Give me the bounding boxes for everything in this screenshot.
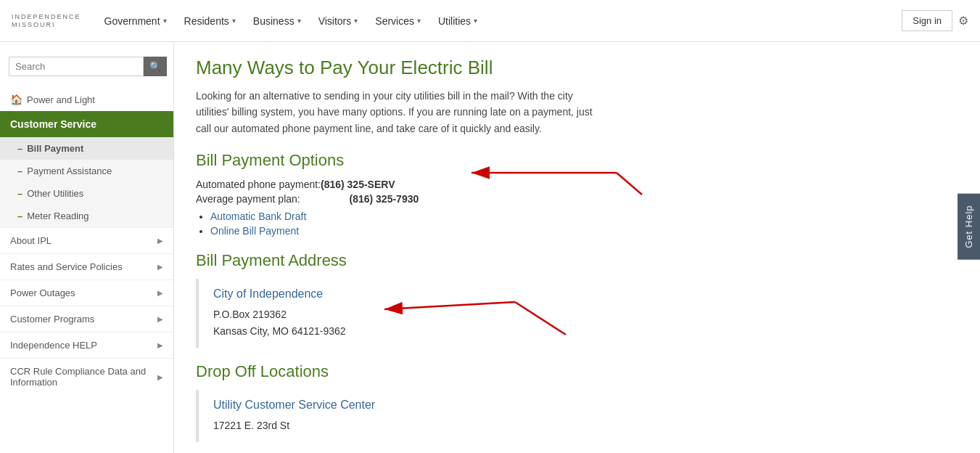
nav-item-government[interactable]: Government ▾ [96, 0, 176, 42]
sidebar-subitem-bill-payment[interactable]: – Bill Payment [0, 137, 173, 160]
sidebar-section-rates[interactable]: Rates and Service Policies ▶ [0, 253, 173, 279]
sidebar-section-power-outages[interactable]: Power Outages ▶ [0, 279, 173, 306]
drop-off-box: Utility Customer Service Center 17221 E.… [196, 390, 805, 442]
page-title: Many Ways to Pay Your Electric Bill [196, 57, 805, 79]
drop-off-title: Drop Off Locations [196, 362, 805, 381]
logo[interactable]: INDEPENDENCE MISSOURI [12, 13, 81, 29]
top-nav: INDEPENDENCE MISSOURI Government ▾ Resid… [0, 0, 980, 42]
nav-item-visitors[interactable]: Visitors ▾ [310, 0, 367, 42]
nav-item-utilities[interactable]: Utilities ▾ [429, 0, 486, 42]
caret-icon: ▶ [157, 289, 163, 297]
caret-icon: ▶ [157, 315, 163, 323]
home-icon: 🏠 [10, 94, 22, 105]
dash-icon: – [17, 166, 22, 176]
dash-icon: – [17, 211, 22, 221]
nav-item-business[interactable]: Business ▾ [244, 0, 310, 42]
entity-name: City of Independence [213, 287, 791, 301]
bill-address-title: Bill Payment Address [196, 251, 805, 270]
bill-address-section: Bill Payment Address City of Independenc… [196, 251, 805, 348]
search-input[interactable] [9, 57, 144, 76]
caret-icon: ▶ [157, 263, 163, 271]
intro-text: Looking for an alternative to sending in… [196, 88, 602, 136]
sidebar-subitem-payment-assistance[interactable]: – Payment Assistance [0, 160, 173, 182]
sidebar-home-link[interactable]: 🏠 Power and Light [0, 88, 173, 111]
chevron-down-icon: ▾ [417, 17, 421, 25]
caret-icon: ▶ [157, 373, 163, 381]
get-help-tab[interactable]: Get Help [958, 193, 980, 259]
chevron-down-icon: ▾ [354, 17, 358, 25]
search-button[interactable]: 🔍 [144, 57, 167, 76]
chevron-down-icon: ▾ [474, 17, 477, 25]
sidebar-subitem-other-utilities[interactable]: – Other Utilities [0, 182, 173, 205]
chevron-down-icon: ▾ [232, 17, 236, 25]
automatic-bank-draft-link[interactable]: Automatic Bank Draft [210, 211, 306, 222]
address-line2: Kansas City, MO 64121-9362 [213, 323, 791, 339]
main-content: Many Ways to Pay Your Electric Bill Look… [174, 42, 827, 453]
payment-links-list: Automatic Bank Draft Online Bill Payment [210, 211, 805, 237]
nav-menu: Government ▾ Residents ▾ Business ▾ Visi… [96, 0, 902, 42]
gear-icon[interactable]: ⚙ [958, 14, 968, 28]
sidebar-subitem-meter-reading[interactable]: – Meter Reading [0, 205, 173, 227]
nav-item-residents[interactable]: Residents ▾ [176, 0, 244, 42]
caret-icon: ▶ [157, 237, 163, 245]
address-box: City of Independence P.O.Box 219362 Kans… [196, 279, 805, 348]
average-plan-info: Average payment plan: (816) 325-7930 [196, 193, 805, 205]
link-item-bank-draft: Automatic Bank Draft [210, 211, 805, 222]
nav-item-services[interactable]: Services ▾ [366, 0, 429, 42]
drop-off-address: 17221 E. 23rd St [213, 417, 791, 433]
sidebar-section-about-ipl[interactable]: About IPL ▶ [0, 227, 173, 253]
chevron-down-icon: ▾ [163, 17, 167, 25]
sidebar-section-ccr[interactable]: CCR Rule Compliance Data and Information… [0, 358, 173, 395]
online-bill-payment-link[interactable]: Online Bill Payment [210, 225, 299, 237]
dash-icon: – [17, 188, 22, 199]
bill-payment-title: Bill Payment Options [196, 151, 805, 170]
automated-phone-info: Automated phone payment:(816) 325-SERV [196, 179, 805, 190]
sidebar-section-customer-programs[interactable]: Customer Programs ▶ [0, 306, 173, 332]
caret-icon: ▶ [157, 341, 163, 349]
bill-payment-section: Bill Payment Options Automated phone pay… [196, 151, 805, 237]
drop-off-section: Drop Off Locations Utility Customer Serv… [196, 362, 805, 442]
sign-in-button[interactable]: Sign in [902, 10, 952, 31]
sidebar: 🔍 🏠 Power and Light Customer Service – B… [0, 42, 174, 453]
sidebar-section-independence-help[interactable]: Independence HELP ▶ [0, 332, 173, 358]
address-line1: P.O.Box 219362 [213, 306, 791, 322]
chevron-down-icon: ▾ [297, 17, 301, 25]
nav-right: Sign in ⚙ [902, 10, 968, 31]
dash-icon: – [17, 143, 22, 154]
search-area: 🔍 [0, 51, 173, 82]
site-name: INDEPENDENCE MISSOURI [12, 13, 81, 29]
page-layout: 🔍 🏠 Power and Light Customer Service – B… [0, 42, 980, 453]
sidebar-item-customer-service[interactable]: Customer Service [0, 111, 173, 137]
drop-off-location-name: Utility Customer Service Center [213, 399, 791, 412]
link-item-online-payment: Online Bill Payment [210, 225, 805, 237]
